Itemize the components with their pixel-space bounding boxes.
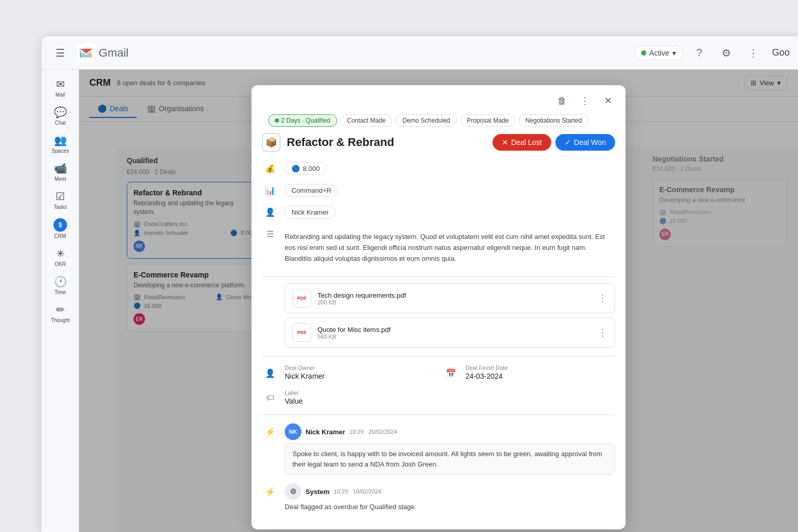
attachment-card-2[interactable]: PDF Quote for Misc items.pdf 560 KB ⋮ bbox=[285, 317, 615, 348]
sidebar-item-chat[interactable]: 💬 Chat bbox=[43, 102, 78, 129]
activity-content-1: NK Nick Kramer 10:29 · 20/02/2024 Spoke … bbox=[285, 423, 615, 475]
pipeline-step-contact[interactable]: Contact Made bbox=[340, 114, 393, 127]
crm-icon: $ bbox=[54, 218, 67, 232]
sidebar-label-okr: OKR bbox=[55, 261, 66, 267]
pdf-badge-1: PDF bbox=[292, 289, 311, 308]
settings-icon[interactable]: ⚙ bbox=[716, 43, 737, 63]
sidebar-item-time[interactable]: 🕐 Time bbox=[43, 271, 78, 298]
step-label-negotiations: Negotiations Started bbox=[525, 117, 582, 124]
menu-icon[interactable]: ☰ bbox=[50, 43, 71, 63]
attachment-card-1[interactable]: PDF Tech design requirements.pdf 200 KB … bbox=[285, 283, 615, 313]
attachment-info-2: Quote for Misc items.pdf 560 KB bbox=[317, 326, 592, 340]
label-value: Value bbox=[285, 397, 303, 405]
activity-pulse-icon: ⚡ bbox=[262, 423, 278, 440]
sidebar-item-thought[interactable]: ✏ Thought bbox=[43, 299, 78, 326]
activity-item-2: ⚡ ⚙ System 10:29 · 18/02/2024 Deal flagg… bbox=[262, 483, 615, 511]
attachments-section: PDF Tech design requirements.pdf 200 KB … bbox=[262, 283, 615, 348]
contact-chip[interactable]: Nick Kramer bbox=[285, 206, 336, 219]
status-chevron: ▾ bbox=[672, 49, 676, 57]
attachment-info-1: Tech design requirements.pdf 200 KB bbox=[317, 291, 592, 305]
sidebar-item-meet[interactable]: 📹 Meet bbox=[43, 158, 78, 185]
google-account[interactable]: Goo bbox=[772, 47, 790, 58]
deal-won-label: Deal Won bbox=[574, 138, 606, 147]
step-label-proposal: Proposal Made bbox=[467, 117, 509, 124]
sidebar-label-time: Time bbox=[55, 289, 66, 295]
deal-won-button[interactable]: ✓ Deal Won bbox=[555, 134, 615, 151]
owner-label: Deal Owner bbox=[285, 365, 325, 371]
step-label-contact: Contact Made bbox=[347, 117, 386, 124]
activity-author-2: System bbox=[305, 488, 329, 496]
attachment-size-1: 200 KB bbox=[317, 299, 592, 305]
sidebar-label-spaces: Spaces bbox=[51, 148, 69, 154]
pdf-badge-2: PDF bbox=[292, 323, 311, 342]
contact-value: Nick Kramer bbox=[291, 208, 329, 216]
modal-topbar: 🗑 ⋮ ✕ 2 Days · Qualified Contact Made bbox=[251, 85, 626, 133]
sidebar-label-tasks: Tasks bbox=[54, 204, 67, 210]
date-row: 📅 Deal Finish Date 24-03-2024 bbox=[443, 365, 615, 381]
date-label: Deal Finish Date bbox=[466, 365, 508, 371]
delete-button[interactable]: 🗑 bbox=[553, 91, 571, 110]
attachment-more-2[interactable]: ⋮ bbox=[598, 327, 607, 338]
gmail-shell: ☰ Gmail Active ▾ ? ⚙ ⋮ Goo bbox=[42, 36, 798, 532]
deal-icon: 📦 bbox=[262, 133, 281, 152]
close-button[interactable]: ✕ bbox=[598, 91, 617, 110]
sidebar-item-okr[interactable]: ✳ OKR bbox=[43, 243, 78, 270]
status-badge[interactable]: Active ▾ bbox=[634, 46, 683, 60]
activity-time-1: 10:29 · 20/02/2024 bbox=[350, 429, 397, 435]
help-icon[interactable]: ? bbox=[689, 43, 710, 63]
amount-value: 8.000 bbox=[303, 165, 320, 172]
activity-section: ⚡ NK Nick Kramer 10:29 · 20/02/2024 Spok… bbox=[262, 423, 615, 511]
step-dot bbox=[275, 118, 279, 123]
activity-item-1: ⚡ NK Nick Kramer 10:29 · 20/02/2024 Spok… bbox=[262, 423, 615, 475]
calendar-icon: 📅 bbox=[443, 365, 459, 381]
label-label: Label bbox=[285, 390, 303, 396]
company-field-icon: 📊 bbox=[262, 182, 278, 198]
step-label-qualified: 2 Days · Qualified bbox=[281, 117, 330, 124]
more-options-button[interactable]: ⋮ bbox=[576, 91, 594, 110]
company-value: Command+R bbox=[291, 187, 331, 194]
gmail-logo: Gmail bbox=[77, 44, 128, 62]
apps-icon[interactable]: ⋮ bbox=[743, 43, 764, 63]
amount-chip[interactable]: 🔵 8.000 bbox=[285, 162, 327, 175]
time-icon: 🕐 bbox=[54, 275, 67, 288]
deal-header-row: 📦 Refactor & Rebrand ✕ Deal Lost ✓ Deal … bbox=[262, 133, 615, 152]
activity-pulse-icon-2: ⚡ bbox=[262, 483, 278, 500]
sidebar-item-crm[interactable]: $ CRM bbox=[43, 214, 78, 242]
deal-title: Refactor & Rebrand bbox=[287, 136, 394, 149]
status-label: Active bbox=[649, 49, 669, 57]
sidebar-item-mail[interactable]: ✉ Mail bbox=[43, 74, 78, 101]
activity-author-1: Nick Kramer bbox=[305, 428, 345, 436]
pipeline-step-negotiations[interactable]: Negotiations Started bbox=[518, 114, 589, 127]
attachment-name-2: Quote for Misc items.pdf bbox=[317, 326, 592, 334]
left-sidebar: ✉ Mail 💬 Chat 👥 Spaces 📹 Meet ☑ Tasks $ … bbox=[42, 70, 79, 532]
activity-header-2: ⚙ System 10:29 · 18/02/2024 bbox=[285, 483, 615, 500]
meet-icon: 📹 bbox=[54, 162, 67, 175]
sidebar-item-tasks[interactable]: ☑ Tasks bbox=[43, 186, 78, 213]
owner-value: Nick Kramer bbox=[285, 372, 325, 380]
activity-time-2: 10:29 · 18/02/2024 bbox=[334, 488, 381, 495]
contact-field-icon: 👤 bbox=[262, 204, 278, 220]
modal-actions: 🗑 ⋮ ✕ bbox=[260, 91, 617, 110]
activity-avatar-nk: NK bbox=[285, 423, 301, 440]
contact-field-row: 👤 Nick Kramer bbox=[262, 204, 615, 220]
sidebar-item-spaces[interactable]: 👥 Spaces bbox=[43, 130, 78, 157]
gmail-topbar: ☰ Gmail Active ▾ ? ⚙ ⋮ Goo bbox=[42, 36, 798, 70]
pipeline-steps: 2 Days · Qualified Contact Made Demo Sch… bbox=[260, 114, 617, 133]
status-dot bbox=[641, 50, 646, 56]
modal-overlay[interactable]: 🗑 ⋮ ✕ 2 Days · Qualified Contact Made bbox=[79, 70, 798, 532]
activity-avatar-system: ⚙ bbox=[285, 483, 301, 500]
amount-field-icon: 💰 bbox=[262, 160, 278, 177]
sidebar-label-chat: Chat bbox=[55, 120, 65, 126]
divider-1 bbox=[262, 276, 615, 277]
company-chip[interactable]: Command+R bbox=[285, 184, 338, 197]
chat-icon: 💬 bbox=[54, 106, 67, 118]
owner-icon: 👤 bbox=[262, 365, 278, 381]
attachment-more-1[interactable]: ⋮ bbox=[598, 292, 607, 304]
sidebar-label-thought: Thought bbox=[51, 317, 70, 323]
pipeline-step-qualified[interactable]: 2 Days · Qualified bbox=[268, 114, 337, 127]
description-field-row: ☰ Rebranding and updating the legacy sys… bbox=[262, 225, 615, 270]
modal-body: 📦 Refactor & Rebrand ✕ Deal Lost ✓ Deal … bbox=[251, 133, 626, 529]
pipeline-step-proposal[interactable]: Proposal Made bbox=[460, 114, 516, 127]
pipeline-step-demo[interactable]: Demo Scheduled bbox=[395, 114, 457, 127]
deal-lost-button[interactable]: ✕ Deal Lost bbox=[493, 134, 551, 151]
